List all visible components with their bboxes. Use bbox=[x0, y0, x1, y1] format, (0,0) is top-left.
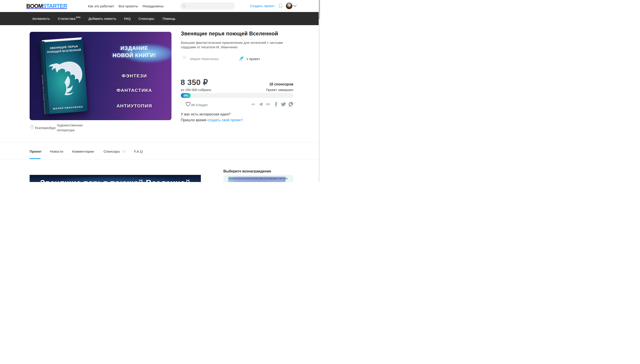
idea-question: У вас есть интересная идея? bbox=[181, 112, 230, 116]
subnav-sponsors[interactable]: Спонсоры bbox=[139, 12, 154, 25]
author-avatar[interactable] bbox=[181, 56, 188, 62]
subnav-add-news[interactable]: Добавить новость bbox=[88, 12, 116, 25]
cover-headline-line2: НОВОЙ КНИГИ! bbox=[103, 52, 165, 58]
tab-project[interactable]: Проект bbox=[30, 150, 42, 154]
backers-count: 18 спонсоров bbox=[269, 82, 293, 86]
idea-cta: Пришло время создать свой проект! bbox=[181, 118, 243, 122]
telegram-icon[interactable] bbox=[258, 102, 263, 106]
twitter-icon[interactable] bbox=[281, 102, 286, 106]
project-subtitle: Большое фантастическое приключение для ч… bbox=[181, 40, 293, 50]
svg-text:VK: VK bbox=[266, 102, 270, 106]
beta-badge: beta bbox=[76, 16, 80, 18]
category-label-line2[interactable]: литература bbox=[57, 128, 75, 132]
header-nav: Как это работает Все проекты Рекордсмены bbox=[88, 0, 164, 12]
heart-icon[interactable] bbox=[185, 102, 191, 106]
tab-sponsors[interactable]: Спонсоры bbox=[104, 150, 120, 154]
nav-record-holders[interactable]: Рекордсмены bbox=[143, 4, 164, 8]
embed-code-icon[interactable]: </> bbox=[251, 102, 255, 106]
user-avatar[interactable] bbox=[286, 3, 292, 9]
cover-genre: ФЭНТЕЗИ bbox=[103, 73, 165, 78]
boomstarter-project-page: BOOMSTARTER Как это работает Все проекты… bbox=[0, 0, 320, 182]
rocket-icon bbox=[238, 56, 244, 62]
logo-boom: BOOM bbox=[26, 3, 43, 9]
boomstarter-logo[interactable]: BOOMSTARTER bbox=[26, 3, 67, 9]
goal-label: из 150 000 собрано bbox=[181, 88, 211, 92]
progress-percent: 5% bbox=[184, 94, 188, 97]
tab-news[interactable]: Новости bbox=[50, 150, 63, 154]
vk-icon[interactable]: VK bbox=[266, 102, 270, 106]
amount-raised: 8 350 ₽ bbox=[181, 78, 208, 87]
create-project-link[interactable]: Создать проект bbox=[250, 4, 275, 8]
subnav-help[interactable]: Помощь bbox=[163, 12, 175, 25]
book-cover-author: МАРИЯ ИВАНЧЕНКО bbox=[50, 105, 86, 110]
followers-count[interactable]: 20 Следят bbox=[191, 103, 208, 107]
rewards-heading: Выберите вознаграждение bbox=[223, 169, 271, 173]
scrollbar-thumb[interactable] bbox=[319, 0, 320, 19]
author-projects-count[interactable]: 1 проект bbox=[246, 57, 260, 61]
share-icons-row: </> VK bbox=[251, 102, 293, 106]
whatsapp-icon[interactable] bbox=[289, 102, 293, 106]
tab-faq[interactable]: F.A.Q bbox=[134, 150, 143, 154]
top-header: BOOMSTARTER Как это работает Все проекты… bbox=[0, 0, 320, 12]
nav-all-projects[interactable]: Все проекты bbox=[119, 4, 138, 8]
project-subnav: Активность Статистикаbeta Добавить новос… bbox=[0, 12, 320, 25]
reward-card[interactable]: 1010101101010101010101011001101010010011… bbox=[223, 175, 293, 182]
project-status: Проект завершен bbox=[266, 88, 293, 92]
progress-fill: 5% bbox=[181, 93, 191, 98]
project-cover-image: ЗВЕНЯЩИЕ ПЕРЬЯ ПОЮЩЕЙ ВСЕЛЕННОЙ ЗВЕНЯЩИЕ… bbox=[30, 32, 171, 120]
cover-headline-line1: ИЗДАНИЕ bbox=[103, 45, 165, 52]
progress-bar: 5% bbox=[181, 93, 293, 98]
tab-sponsors-count: 18 bbox=[122, 150, 126, 154]
dragon-illustration bbox=[45, 52, 86, 97]
project-tabs: Проект Новости Комментарии Спонсоры 18 F… bbox=[0, 142, 320, 159]
logo-starter: STARTER bbox=[43, 3, 67, 9]
scrollbar-track[interactable] bbox=[319, 0, 320, 182]
banner-title: Звенящие перья поющей Вселенной bbox=[30, 178, 201, 182]
category-label-line1[interactable]: Художественная bbox=[57, 123, 83, 127]
active-tab-indicator bbox=[30, 158, 41, 159]
book-spine-text: ЗВЕНЯЩИЕ ПЕРЬЯ ПОЮЩЕЙ ВСЕЛЕННОЙ bbox=[42, 74, 46, 114]
book-mockup: ЗВЕНЯЩИЕ ПЕРЬЯ ПОЮЩЕЙ ВСЕЛЕННОЙ ЗВЕНЯЩИЕ… bbox=[40, 38, 88, 114]
tab-comments[interactable]: Комментарии bbox=[72, 150, 94, 154]
cover-genre: ФАНТАСТИКА bbox=[103, 88, 165, 93]
subnav-activity[interactable]: Активность bbox=[32, 12, 50, 25]
create-own-project-link[interactable]: создать свой проект! bbox=[207, 118, 243, 122]
facebook-icon[interactable] bbox=[273, 102, 278, 106]
subnav-faq[interactable]: FAQ bbox=[124, 12, 131, 25]
project-description-banner: Звенящие перья поющей Вселенной bbox=[30, 175, 201, 182]
book-pages-edge bbox=[41, 38, 82, 42]
project-title: Звенящие перья поющей Вселенной bbox=[181, 31, 297, 37]
bookmark-icon[interactable] bbox=[279, 4, 282, 8]
search-input[interactable] bbox=[180, 2, 235, 10]
subnav-statistics[interactable]: Статистикаbeta bbox=[58, 12, 80, 25]
location-city[interactable]: Екатеринбург bbox=[35, 126, 56, 130]
chevron-down-icon[interactable] bbox=[293, 5, 297, 7]
cover-genre: АНТИУТОПИЯ bbox=[103, 103, 165, 108]
location-pin-icon bbox=[30, 125, 34, 130]
author-name[interactable]: Мария Иванченко bbox=[190, 57, 219, 61]
reward-image: 1010101101010101010101011001101010010011… bbox=[228, 177, 285, 182]
search-icon bbox=[183, 4, 186, 8]
nav-how-it-works[interactable]: Как это работает bbox=[88, 4, 114, 8]
